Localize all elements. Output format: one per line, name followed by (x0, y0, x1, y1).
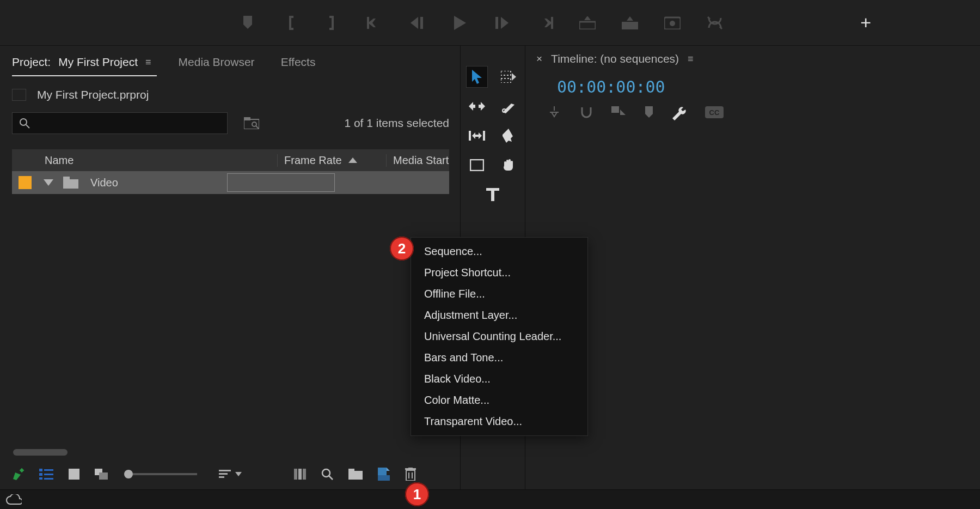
expand-chevron-icon[interactable] (44, 179, 53, 186)
creative-cloud-bar (0, 489, 980, 509)
project-tab-name: My First Project (58, 56, 138, 69)
marker-icon[interactable] (237, 12, 259, 34)
project-panel: Project: My First Project ≡ Media Browse… (0, 46, 460, 489)
pen-tool-icon[interactable] (498, 125, 519, 147)
captions-icon[interactable]: CC (705, 106, 724, 120)
effects-tab[interactable]: Effects (281, 56, 316, 69)
marker-add-icon[interactable] (644, 106, 654, 120)
svg-rect-54 (611, 106, 619, 113)
new-item-write-icon[interactable] (12, 468, 24, 480)
add-button-icon[interactable]: + (860, 12, 871, 33)
go-to-out-icon[interactable] (534, 12, 556, 34)
menu-item-project-shortcut[interactable]: Project Shortcut... (411, 262, 587, 283)
svg-rect-7 (495, 17, 498, 29)
callout-badge-2: 2 (390, 237, 414, 260)
icon-view-icon[interactable] (69, 469, 79, 480)
svg-line-18 (256, 126, 259, 129)
row-label: Video (90, 177, 118, 189)
sort-menu[interactable] (219, 470, 242, 478)
svg-rect-23 (44, 469, 53, 471)
svg-rect-9 (579, 22, 596, 29)
hand-tool-icon[interactable] (498, 154, 519, 176)
horizontal-scrollbar[interactable] (13, 449, 68, 456)
menu-item-adjustment-layer[interactable]: Adjustment Layer... (411, 305, 587, 326)
project-panel-tabs: Project: My First Project ≡ Media Browse… (12, 51, 449, 73)
selection-tool-icon[interactable] (466, 66, 488, 88)
insert-icon[interactable] (577, 12, 598, 34)
label-color-swatch[interactable] (19, 176, 32, 189)
svg-rect-48 (501, 71, 511, 75)
ripple-edit-tool-icon[interactable] (466, 95, 488, 117)
project-panel-footer (12, 462, 448, 486)
parent-bin-icon[interactable] (12, 89, 26, 101)
linked-selection-icon[interactable] (611, 106, 626, 120)
media-browser-tab[interactable]: Media Browser (179, 56, 255, 69)
comparison-view-icon[interactable] (704, 12, 726, 34)
step-forward-icon[interactable] (492, 12, 513, 34)
table-row[interactable]: Video (12, 171, 449, 194)
slip-tool-icon[interactable] (466, 125, 488, 147)
column-media-start[interactable]: Media Start (387, 154, 449, 167)
thumbnail-zoom-slider[interactable] (124, 470, 197, 478)
row-frame-rate-cell[interactable] (227, 173, 335, 192)
svg-rect-3 (329, 16, 334, 18)
panel-menu-icon[interactable]: ≡ (145, 57, 152, 68)
menu-item-counting-leader[interactable]: Universal Counting Leader... (411, 326, 587, 347)
svg-point-12 (670, 21, 675, 26)
new-bin-icon[interactable] (348, 469, 363, 480)
menu-item-black-video[interactable]: Black Video... (411, 368, 587, 390)
project-search-input[interactable] (12, 112, 228, 134)
svg-rect-1 (289, 28, 293, 30)
svg-rect-10 (622, 22, 638, 29)
svg-rect-4 (329, 28, 334, 30)
svg-rect-20 (63, 177, 70, 180)
svg-rect-19 (63, 179, 78, 189)
menu-item-offline-file[interactable]: Offline File... (411, 283, 587, 305)
snap-icon[interactable] (580, 106, 593, 120)
svg-rect-25 (44, 474, 53, 475)
find-icon[interactable] (321, 468, 333, 480)
rectangle-tool-icon[interactable] (466, 154, 488, 176)
menu-item-transparent-video[interactable]: Transparent Video... (411, 411, 587, 432)
out-bracket-icon[interactable] (322, 12, 344, 34)
export-frame-icon[interactable] (661, 12, 683, 34)
play-icon[interactable] (449, 12, 471, 34)
step-back-icon[interactable] (407, 12, 428, 34)
go-to-in-icon[interactable] (364, 12, 386, 34)
new-item-context-menu: Sequence... Project Shortcut... Offline … (411, 237, 588, 436)
track-select-tool-icon[interactable] (498, 66, 519, 88)
column-frame-rate[interactable]: Frame Rate (278, 154, 387, 167)
svg-line-38 (329, 476, 333, 480)
project-table: Name Frame Rate Media Start Video (12, 149, 449, 194)
menu-item-color-matte[interactable]: Color Matte... (411, 390, 587, 411)
automate-to-sequence-icon[interactable] (294, 469, 306, 480)
delete-icon[interactable] (405, 468, 416, 481)
menu-item-sequence[interactable]: Sequence... (411, 241, 587, 262)
svg-rect-30 (99, 472, 108, 480)
svg-rect-39 (348, 471, 363, 480)
freeform-view-icon[interactable] (95, 469, 109, 480)
type-tool-icon[interactable] (482, 184, 504, 205)
panel-menu-icon[interactable]: ≡ (688, 53, 695, 65)
settings-wrench-icon[interactable] (672, 106, 687, 120)
close-panel-icon[interactable]: × (536, 53, 542, 65)
insert-sequence-icon[interactable] (547, 106, 561, 120)
svg-rect-43 (406, 470, 415, 481)
column-name[interactable]: Name (12, 154, 278, 167)
project-tab[interactable]: Project: My First Project ≡ (12, 56, 152, 69)
sort-ascending-icon (348, 157, 357, 163)
svg-rect-0 (289, 16, 293, 18)
in-bracket-icon[interactable] (279, 12, 301, 34)
list-view-icon[interactable] (39, 469, 53, 480)
razor-tool-icon[interactable] (498, 95, 519, 117)
svg-rect-32 (219, 473, 228, 475)
creative-cloud-icon (5, 494, 22, 505)
timecode-display[interactable]: 00:00:00:00 (557, 77, 969, 96)
find-in-bin-icon[interactable] (244, 117, 259, 129)
menu-item-bars-tone[interactable]: Bars and Tone... (411, 347, 587, 368)
svg-line-14 (26, 125, 29, 128)
new-item-icon[interactable] (378, 468, 390, 481)
svg-point-17 (252, 122, 256, 126)
overwrite-icon[interactable] (619, 12, 641, 34)
svg-rect-16 (244, 117, 250, 120)
